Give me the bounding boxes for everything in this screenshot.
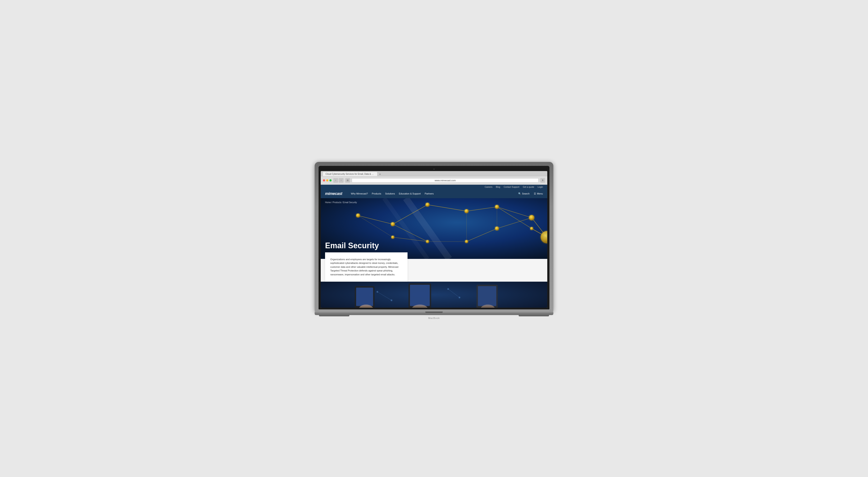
svg-point-21 xyxy=(356,213,360,217)
svg-point-25 xyxy=(495,205,499,209)
bottom-image-section xyxy=(321,282,547,308)
address-bar[interactable]: www.mimecast.com xyxy=(352,178,538,182)
utility-bar: Careers Blog Contact Support Get a quote… xyxy=(321,185,547,189)
svg-point-29 xyxy=(465,240,468,243)
nav-arrows: ‹ › xyxy=(333,178,343,183)
close-button[interactable] xyxy=(323,179,325,181)
search-label: Search xyxy=(522,192,530,195)
nav-why-mimecast[interactable]: Why Mimecast? xyxy=(351,192,368,195)
nav-partners[interactable]: Partners xyxy=(425,192,434,195)
svg-rect-35 xyxy=(356,288,373,306)
nav-solutions[interactable]: Solutions xyxy=(385,192,395,195)
traffic-lights xyxy=(323,179,332,181)
svg-point-24 xyxy=(465,209,468,213)
macbook-laptop: Cloud Cybersecurity Services for Email, … xyxy=(315,162,553,315)
back-button[interactable]: ‹ xyxy=(333,178,338,183)
login-link[interactable]: Login xyxy=(538,186,543,188)
svg-point-32 xyxy=(530,227,533,230)
nav-menu[interactable]: ☰ Menu xyxy=(534,192,543,195)
macbook-foot-left xyxy=(319,315,349,316)
blog-link[interactable]: Blog xyxy=(496,186,500,188)
menu-icon: ☰ xyxy=(534,192,536,195)
svg-rect-33 xyxy=(321,282,547,308)
svg-point-28 xyxy=(426,240,429,243)
svg-point-27 xyxy=(391,236,394,239)
share-button[interactable]: ⬆ xyxy=(540,178,545,183)
content-card: Organizations and employees are targets … xyxy=(325,252,407,282)
hero-section: Home / Products / Email Security Email S… xyxy=(321,198,547,259)
minimize-button[interactable] xyxy=(326,179,328,181)
macbook-label: MacBook xyxy=(428,317,440,319)
macbook-lid: Cloud Cybersecurity Services for Email, … xyxy=(315,162,553,312)
contact-support-link[interactable]: Contact Support xyxy=(504,186,519,188)
svg-rect-39 xyxy=(478,286,496,306)
nav-education-support[interactable]: Education & Support xyxy=(399,192,421,195)
nav-links: Why Mimecast? Products Solutions Educati… xyxy=(351,192,514,195)
careers-link[interactable]: Careers xyxy=(485,186,492,188)
svg-point-22 xyxy=(391,222,395,226)
macbook-base: MacBook xyxy=(315,312,553,315)
tab-grid-icon[interactable]: ⊞ xyxy=(345,178,350,183)
content-section: Organizations and employees are targets … xyxy=(321,259,547,282)
logo[interactable]: mimecast xyxy=(325,192,342,196)
search-icon: 🔍 xyxy=(518,192,521,195)
forward-button[interactable]: › xyxy=(339,178,343,183)
screen-bezel: Cloud Cybersecurity Services for Email, … xyxy=(318,166,550,310)
svg-point-43 xyxy=(376,291,378,293)
svg-rect-37 xyxy=(410,285,430,306)
tab-bar: Cloud Cybersecurity Services for Email, … xyxy=(321,171,547,176)
macbook-notch xyxy=(425,312,443,313)
browser-window: Cloud Cybersecurity Services for Email, … xyxy=(321,171,547,308)
active-tab[interactable]: Cloud Cybersecurity Services for Email, … xyxy=(323,172,377,176)
svg-point-23 xyxy=(426,203,429,207)
macbook-foot-right xyxy=(519,315,549,316)
macbook-scene: Cloud Cybersecurity Services for Email, … xyxy=(315,162,553,315)
content-body: Organizations and employees are targets … xyxy=(330,258,402,277)
bottom-image-svg xyxy=(321,282,547,308)
nav-products[interactable]: Products xyxy=(372,192,381,195)
page-title: Email Security xyxy=(325,241,379,250)
menu-label: Menu xyxy=(537,192,543,195)
webcam xyxy=(433,168,435,170)
website-content: Careers Blog Contact Support Get a quote… xyxy=(321,185,547,308)
nav-search[interactable]: 🔍 Search xyxy=(518,192,530,195)
svg-point-26 xyxy=(529,215,534,220)
main-nav: mimecast Why Mimecast? Products Solution… xyxy=(321,189,547,198)
new-tab-button[interactable]: + xyxy=(378,172,382,176)
browser-chrome: ‹ › ⊞ www.mimecast.com ⬆ xyxy=(321,176,547,185)
svg-point-30 xyxy=(495,227,499,231)
breadcrumb: Home / Products / Email Security xyxy=(325,201,357,204)
get-quote-link[interactable]: Get a quote xyxy=(523,186,534,188)
maximize-button[interactable] xyxy=(330,179,332,181)
svg-point-44 xyxy=(391,300,392,301)
